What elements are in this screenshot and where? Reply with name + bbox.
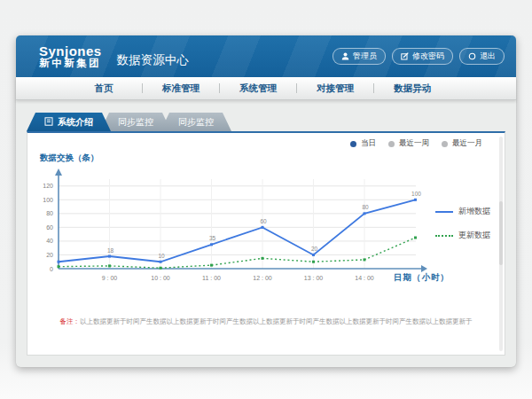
svg-text:10 : 00: 10 : 00 <box>151 275 170 281</box>
footnote-prefix: 备注： <box>60 317 81 325</box>
svg-text:100: 100 <box>43 197 53 203</box>
svg-text:120: 120 <box>43 183 53 189</box>
logout-button[interactable]: 退出 <box>459 48 505 65</box>
tab-system-intro[interactable]: 系统介绍 <box>27 113 111 131</box>
brand-logo: Synjones 新中新集团 <box>39 44 102 69</box>
tab-bar: 系统介绍 同步监控 同步监控 <box>27 113 231 131</box>
tab-label: 系统介绍 <box>58 116 93 129</box>
document-icon <box>44 117 53 128</box>
radio-today[interactable]: 当日 <box>350 138 376 149</box>
range-filter-group: 当日 最近一周 最近一月 <box>350 138 482 149</box>
app-window: Synjones 新中新集团 数据资源中心 管理员 修改密码 退出 <box>16 35 516 367</box>
radio-dot <box>388 141 395 147</box>
svg-text:13 : 00: 13 : 00 <box>304 275 324 281</box>
svg-text:40: 40 <box>46 238 53 244</box>
user-label: 管理员 <box>353 51 377 62</box>
svg-text:18: 18 <box>107 247 114 254</box>
radio-label: 最近一月 <box>452 138 482 149</box>
main-nav: 首页 标准管理 系统管理 对接管理 数据异动 <box>16 77 516 100</box>
legend-label: 新增数据 <box>458 206 490 217</box>
svg-text:14 : 00: 14 : 00 <box>355 275 374 281</box>
svg-text:20: 20 <box>311 246 318 252</box>
nav-item-standard-mgmt[interactable]: 标准管理 <box>143 82 219 95</box>
tab-label: 同步监控 <box>118 116 153 129</box>
svg-text:100: 100 <box>411 191 421 197</box>
svg-text:60: 60 <box>260 218 267 224</box>
svg-text:11 : 00: 11 : 00 <box>202 275 221 281</box>
radio-label: 最近一周 <box>399 138 429 149</box>
chart-legend: 新增数据 更新数据 <box>435 206 490 254</box>
dotted-line-swatch <box>435 235 453 237</box>
power-icon <box>468 52 476 60</box>
scrollbar[interactable] <box>499 137 503 351</box>
x-axis-title: 日期（小时） <box>394 272 450 284</box>
radio-dot-selected <box>350 141 356 147</box>
tab-sync-monitor-1[interactable]: 同步监控 <box>100 113 171 131</box>
radio-dot <box>442 141 448 147</box>
legend-item-update-data: 更新数据 <box>435 230 490 241</box>
footnote: 备注：以上数据更新于时间产生数据以上数据更新于时间产生数据以上数据更新于时间产生… <box>27 317 505 326</box>
content-area: 系统介绍 同步监控 同步监控 0204060801001209 : 0010 :… <box>16 100 516 368</box>
svg-text:80: 80 <box>362 204 369 210</box>
brand-logo-cn: 新中新集团 <box>39 58 102 68</box>
app-header: Synjones 新中新集团 数据资源中心 管理员 修改密码 退出 <box>16 35 516 77</box>
nav-item-data-change[interactable]: 数据异动 <box>374 82 450 95</box>
legend-label: 更新数据 <box>458 230 490 241</box>
tab-sync-monitor-2[interactable]: 同步监控 <box>160 113 231 131</box>
user-menu-button[interactable]: 管理员 <box>332 48 386 65</box>
radio-label: 当日 <box>361 138 376 149</box>
change-password-button[interactable]: 修改密码 <box>392 48 453 65</box>
logout-label: 退出 <box>480 51 496 62</box>
brand-logo-en: Synjones <box>39 44 102 59</box>
change-password-label: 修改密码 <box>412 51 444 62</box>
legend-item-new-data: 新增数据 <box>435 206 490 217</box>
radio-last-week[interactable]: 最近一周 <box>388 138 429 149</box>
svg-text:80: 80 <box>46 210 53 216</box>
svg-text:20: 20 <box>46 252 53 258</box>
svg-text:0: 0 <box>50 266 53 272</box>
user-icon <box>341 52 349 60</box>
radio-last-month[interactable]: 最近一月 <box>442 138 482 149</box>
edit-icon <box>401 52 409 60</box>
svg-text:9 : 00: 9 : 00 <box>102 275 118 281</box>
svg-text:10: 10 <box>158 253 165 259</box>
svg-text:35: 35 <box>209 235 216 241</box>
solid-line-swatch <box>435 211 453 213</box>
nav-item-integration-mgmt[interactable]: 对接管理 <box>297 82 373 95</box>
svg-text:60: 60 <box>46 224 53 231</box>
scrollbar-thumb[interactable] <box>499 201 503 266</box>
tab-label: 同步监控 <box>178 116 214 129</box>
y-axis-title: 数据交换（条） <box>40 153 99 164</box>
page-title: 数据资源中心 <box>117 52 189 68</box>
footnote-text: 以上数据更新于时间产生数据以上数据更新于时间产生数据以上数据更新于时间产生数据以… <box>80 317 473 325</box>
nav-item-home[interactable]: 首页 <box>66 82 142 95</box>
chart-panel: 0204060801001209 : 0010 : 0011 : 0012 : … <box>27 131 505 356</box>
user-area: 管理员 修改密码 退出 <box>332 48 505 65</box>
svg-text:12 : 00: 12 : 00 <box>253 275 272 281</box>
nav-item-system-mgmt[interactable]: 系统管理 <box>220 82 296 95</box>
